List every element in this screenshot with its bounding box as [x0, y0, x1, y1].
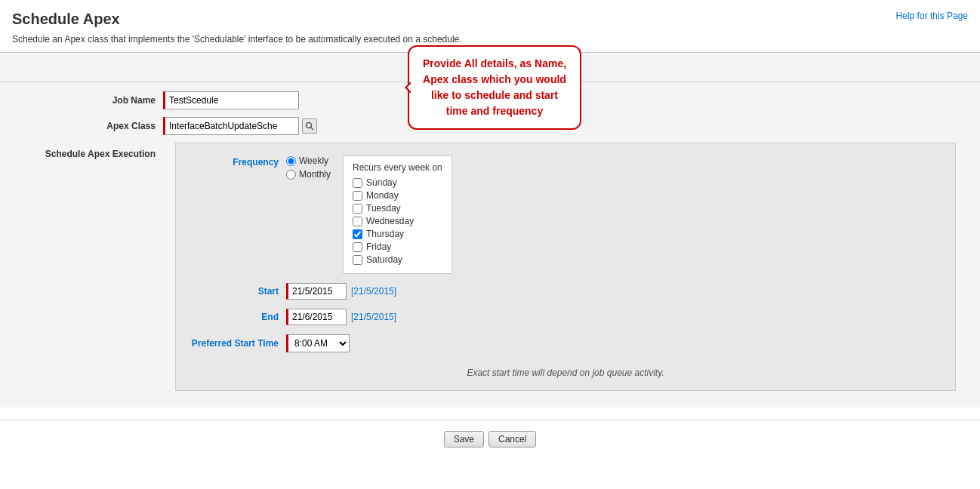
- help-link[interactable]: Help for this Page: [896, 11, 968, 21]
- frequency-options: Weekly Monthly: [286, 155, 331, 180]
- page-header: Schedule Apex Help for this Page: [0, 0, 980, 34]
- apex-class-label: Apex Class: [12, 121, 163, 131]
- schedule-inner: Frequency Weekly Monthly: [188, 155, 943, 378]
- weekly-label: Weekly: [299, 155, 328, 166]
- day-row-thursday: Thursday: [353, 229, 442, 239]
- bottom-save-button[interactable]: Save: [444, 431, 484, 447]
- day-row-wednesday: Wednesday: [353, 216, 442, 226]
- bottom-actions-bar: Save Cancel: [0, 420, 980, 458]
- tooltip-bubble: Provide All details, as Name, Apex class…: [408, 45, 581, 130]
- page-title: Schedule Apex: [12, 11, 120, 28]
- preferred-time-label: Preferred Start Time: [188, 338, 286, 349]
- svg-line-1: [311, 128, 314, 131]
- day-row-saturday: Saturday: [353, 254, 442, 265]
- tooltip-text: Provide All details, as Name, Apex class…: [423, 57, 566, 117]
- weekly-option[interactable]: Weekly: [286, 155, 331, 166]
- days-container: SundayMondayTuesdayWednesdayThursdayFrid…: [353, 177, 442, 265]
- svg-point-0: [307, 123, 312, 128]
- apex-class-input-group: [163, 117, 317, 135]
- end-date-input[interactable]: [286, 309, 347, 325]
- preferred-time-select[interactable]: 12:00 AM1:00 AM2:00 AM3:00 AM4:00 AM5:00…: [286, 334, 350, 352]
- day-checkbox-saturday[interactable]: [353, 255, 362, 265]
- day-label-monday: Monday: [366, 190, 399, 201]
- day-row-sunday: Sunday: [353, 177, 442, 188]
- day-row-tuesday: Tuesday: [353, 203, 442, 214]
- start-row: Start [21/5/2015]: [188, 283, 943, 300]
- end-row: End [21/5/2015]: [188, 309, 943, 325]
- end-label: End: [188, 312, 286, 322]
- day-label-saturday: Saturday: [366, 254, 402, 265]
- day-row-friday: Friday: [353, 241, 442, 252]
- job-name-label: Job Name: [12, 95, 163, 106]
- schedule-section: Frequency Weekly Monthly: [175, 143, 956, 391]
- frequency-label: Frequency: [188, 155, 286, 168]
- apex-class-search-button[interactable]: [302, 118, 317, 134]
- form-section: Job Name Apex Class Schedule Apex Execut…: [0, 82, 980, 408]
- monthly-radio[interactable]: [286, 170, 296, 180]
- bottom-cancel-button[interactable]: Cancel: [488, 431, 536, 447]
- day-checkbox-tuesday[interactable]: [353, 204, 362, 214]
- start-date-input[interactable]: [286, 283, 347, 300]
- day-label-sunday: Sunday: [366, 177, 397, 188]
- apex-class-input[interactable]: [163, 117, 299, 135]
- end-date-link[interactable]: [21/5/2015]: [351, 312, 396, 322]
- start-date-link[interactable]: [21/5/2015]: [351, 286, 396, 297]
- day-label-friday: Friday: [366, 241, 391, 252]
- day-label-wednesday: Wednesday: [366, 216, 414, 226]
- job-name-input[interactable]: [163, 91, 299, 109]
- recurs-title: Recurs every week on: [353, 162, 442, 173]
- search-icon: [305, 121, 314, 131]
- day-checkbox-sunday[interactable]: [353, 178, 362, 188]
- schedule-note: Exact start time will depend on job queu…: [188, 368, 943, 378]
- day-checkbox-monday[interactable]: [353, 191, 362, 201]
- day-checkbox-wednesday[interactable]: [353, 217, 362, 226]
- frequency-row: Frequency Weekly Monthly: [188, 155, 943, 274]
- day-checkbox-friday[interactable]: [353, 242, 362, 252]
- day-label-tuesday: Tuesday: [366, 203, 401, 214]
- preferred-time-row: Preferred Start Time 12:00 AM1:00 AM2:00…: [188, 334, 943, 352]
- monthly-option[interactable]: Monthly: [286, 169, 331, 180]
- monthly-label: Monthly: [299, 169, 331, 180]
- page-wrapper: Schedule Apex Help for this Page Schedul…: [0, 0, 980, 489]
- start-label: Start: [188, 286, 286, 297]
- day-label-thursday: Thursday: [366, 229, 404, 239]
- day-row-monday: Monday: [353, 190, 442, 201]
- weekly-radio[interactable]: [286, 156, 296, 166]
- recurs-box: Recurs every week on SundayMondayTuesday…: [343, 155, 452, 274]
- day-checkbox-thursday[interactable]: [353, 229, 362, 239]
- schedule-execution-row: Schedule Apex Execution Frequency Weekly: [0, 143, 980, 391]
- schedule-section-label: Schedule Apex Execution: [12, 143, 163, 159]
